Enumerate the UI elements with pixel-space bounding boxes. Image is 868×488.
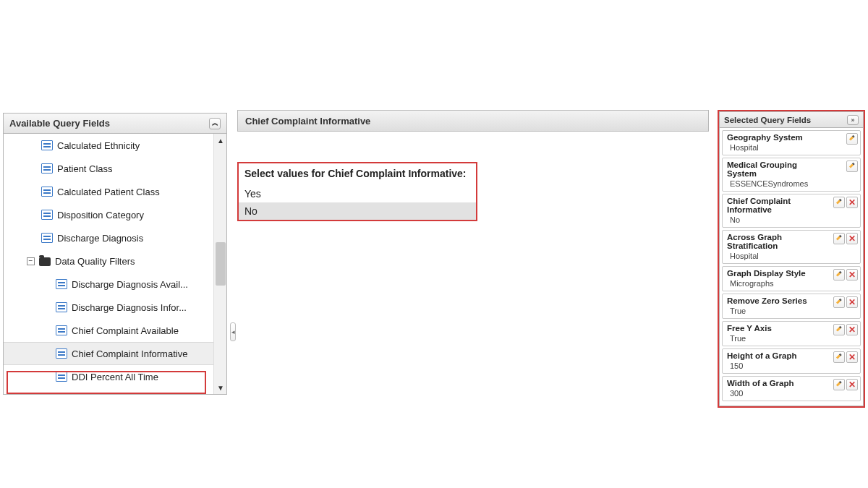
field-icon [41, 233, 53, 243]
remove-button[interactable]: ✕ [846, 269, 858, 281]
selected-field-title: Medical Grouping System [727, 160, 857, 178]
tree-node-label: Disposition Category [57, 210, 144, 221]
edit-button[interactable] [846, 160, 858, 172]
pencil-icon [849, 136, 856, 142]
x-icon: ✕ [848, 298, 856, 307]
selected-field-value: No [727, 215, 857, 224]
selected-field-actions: ✕ [833, 233, 858, 244]
tree-node-label: Calculated Ethnicity [57, 140, 140, 151]
center-panel-title: Chief Complaint Informative [237, 110, 709, 132]
double-chevron-right-icon: » [851, 112, 854, 128]
selected-field-value: Hospital [727, 143, 857, 152]
field-icon [41, 163, 53, 174]
tree-field[interactable]: Discharge Diagnosis Avail... [4, 273, 213, 296]
selected-field-item: Across Graph StratificationHospital✕ [722, 230, 861, 264]
app-stage: Available Query Fields ︽ Calculated Ethn… [0, 0, 868, 488]
scroll-up-arrow-icon[interactable]: ▲ [214, 134, 226, 147]
pencil-icon [836, 200, 843, 206]
tree-node-label: Chief Complaint Available [72, 325, 179, 336]
splitter-handle[interactable]: ◂ [230, 322, 236, 341]
scroll-down-arrow-icon[interactable]: ▼ [214, 381, 226, 394]
field-icon [56, 325, 67, 335]
selected-field-actions: ✕ [833, 197, 858, 208]
selected-query-fields-title: Selected Query Fields [724, 112, 811, 128]
folder-icon [39, 257, 51, 266]
tree-field[interactable]: Discharge Diagnosis [4, 226, 213, 249]
tree-folder[interactable]: −Data Quality Filters [4, 249, 213, 273]
tree-field[interactable]: Patient Class [4, 157, 213, 180]
field-icon [41, 187, 53, 197]
option-no[interactable]: No [239, 202, 476, 220]
field-icon [41, 140, 53, 150]
remove-button[interactable]: ✕ [846, 379, 858, 390]
edit-button[interactable] [833, 379, 845, 390]
selected-field-item: Remove Zero SeriesTrue✕ [722, 294, 861, 319]
remove-button[interactable]: ✕ [846, 351, 858, 363]
selected-field-actions: ✕ [833, 296, 858, 308]
available-query-fields-title: Available Query Fields [9, 114, 110, 134]
tree-node-label: Patient Class [57, 163, 113, 174]
tree-node-label: Data Quality Filters [55, 256, 135, 267]
tree-field[interactable]: Disposition Category [4, 203, 213, 226]
selected-query-fields-panel: Selected Query Fields » Geography System… [719, 111, 864, 406]
remove-button[interactable]: ✕ [846, 324, 858, 335]
selected-field-actions: ✕ [833, 324, 858, 335]
selected-field-actions: ✕ [833, 379, 858, 390]
tree-field[interactable]: Calculated Patient Class [4, 180, 213, 203]
selected-field-item: Width of a Graph300✕ [722, 376, 861, 401]
value-selector-highlight: Select values for Chief Complaint Inform… [237, 162, 477, 221]
tree-scrollbar[interactable]: ▲ ▼ [213, 134, 226, 394]
value-selector-prompt: Select values for Chief Complaint Inform… [239, 163, 476, 185]
panel-expand-button[interactable]: » [847, 115, 859, 125]
scroll-thumb[interactable] [216, 242, 226, 286]
x-icon: ✕ [848, 380, 856, 389]
field-icon [56, 302, 67, 312]
selected-field-actions [846, 133, 858, 145]
selected-field-item: Height of a Graph150✕ [722, 348, 861, 374]
selected-field-value: Hospital [727, 252, 857, 260]
field-tree: Calculated EthnicityPatient ClassCalcula… [4, 134, 213, 388]
tree-field[interactable]: Chief Complaint Available [4, 319, 213, 342]
edit-button[interactable] [833, 269, 845, 281]
edit-button[interactable] [833, 324, 845, 335]
tree-field[interactable]: Chief Complaint Informative [4, 342, 213, 365]
tree-collapse-toggle[interactable]: − [27, 257, 35, 265]
field-icon [56, 348, 67, 359]
tree-scroll-area: Calculated EthnicityPatient ClassCalcula… [4, 134, 226, 394]
pencil-icon [849, 163, 856, 170]
tree-node-label: Calculated Patient Class [57, 187, 160, 197]
vertical-splitter: ◂ [230, 113, 236, 395]
pencil-icon [836, 236, 843, 242]
remove-button[interactable]: ✕ [846, 233, 858, 244]
pencil-icon [836, 299, 843, 306]
edit-button[interactable] [833, 197, 845, 208]
edit-button[interactable] [833, 351, 845, 363]
tree-field[interactable]: DDI Percent All Time [4, 365, 213, 388]
selected-fields-list: Geography SystemHospitalMedical Grouping… [720, 128, 863, 406]
x-icon: ✕ [848, 353, 856, 361]
option-yes[interactable]: Yes [239, 185, 476, 202]
panel-collapse-button[interactable]: ︽ [209, 118, 221, 129]
tree-field[interactable]: Discharge Diagnosis Infor... [4, 296, 213, 319]
edit-button[interactable] [833, 233, 845, 244]
selected-query-fields-header: Selected Query Fields » [720, 112, 863, 128]
x-icon: ✕ [848, 270, 856, 279]
edit-button[interactable] [846, 133, 858, 145]
edit-button[interactable] [833, 296, 845, 308]
tree-node-label: Chief Complaint Informative [72, 348, 187, 359]
tree-node-label: DDI Percent All Time [72, 372, 158, 382]
selected-field-item: Geography SystemHospital [722, 130, 861, 155]
field-icon [56, 279, 67, 289]
selected-field-item: Free Y AxisTrue✕ [722, 321, 861, 346]
center-panel: Chief Complaint Informative Select value… [237, 110, 709, 221]
selected-field-item: Chief Complaint InformativeNo✕ [722, 194, 861, 228]
available-query-fields-header: Available Query Fields ︽ [4, 114, 226, 134]
tree-field[interactable]: Calculated Ethnicity [4, 134, 213, 157]
remove-button[interactable]: ✕ [846, 197, 858, 208]
selected-query-fields-highlight: Selected Query Fields » Geography System… [718, 110, 865, 408]
selected-field-item: Medical Grouping SystemESSENCESyndromes [722, 158, 861, 192]
pencil-icon [836, 354, 843, 361]
remove-button[interactable]: ✕ [846, 296, 858, 308]
field-icon [41, 210, 53, 220]
pencil-icon [836, 382, 843, 388]
